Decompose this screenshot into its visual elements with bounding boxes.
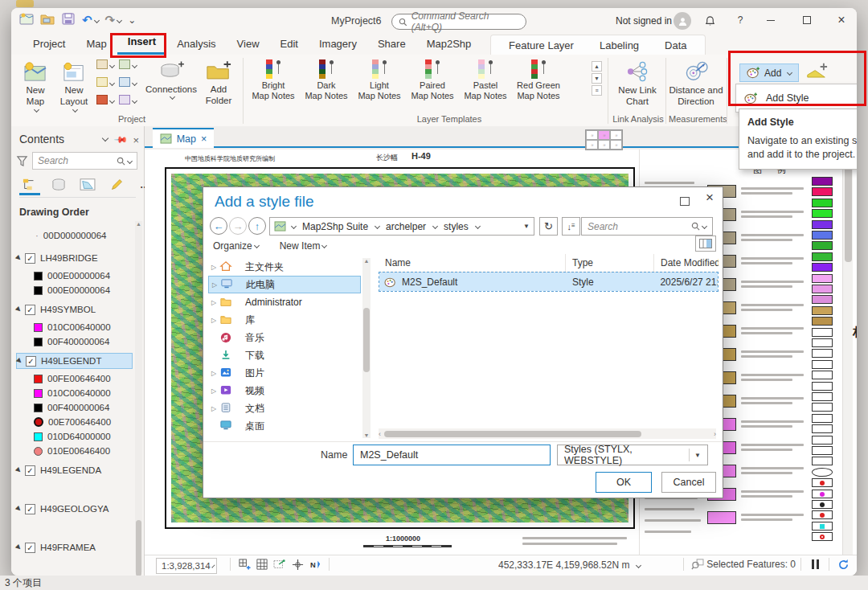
layer-tree-row[interactable]: 010C00640000 — [16, 319, 133, 335]
expand-icon[interactable]: ▷ — [208, 405, 219, 412]
tab-view[interactable]: View — [227, 35, 270, 55]
project-icon[interactable] — [19, 12, 34, 27]
folder-row-folder[interactable]: ▷Administrator — [208, 293, 361, 311]
layer-checkbox[interactable]: ✓ — [25, 305, 35, 315]
new-link-chart-button[interactable]: New Link Chart — [612, 61, 662, 108]
expand-icon[interactable]: ▶ — [14, 504, 24, 514]
tab-data[interactable]: Data — [652, 37, 699, 54]
snap-icon[interactable] — [271, 559, 289, 570]
expand-icon[interactable]: ▶ — [14, 253, 24, 263]
layer-template-item[interactable]: PastelMap Notes — [460, 59, 511, 101]
layer-tree-row[interactable]: ▶✓H49LEGENDT — [16, 353, 133, 369]
folder-row-video[interactable]: ▷视频 — [208, 382, 361, 399]
layer-tree-row[interactable]: 010E00646400 — [16, 443, 133, 459]
sort-button[interactable]: ↓≡ — [562, 217, 580, 236]
tab-labeling[interactable]: Labeling — [587, 37, 652, 54]
map-vertical-scrollbar[interactable] — [842, 150, 853, 555]
scroll-left-icon[interactable]: ‹ — [379, 430, 381, 438]
open-project-icon[interactable] — [40, 12, 55, 27]
undo-button[interactable]: ↶ — [82, 13, 99, 27]
layer-tree-row[interactable]: 00FE00646400 — [16, 371, 133, 387]
layer-template-item[interactable]: Red GreenMap Notes — [513, 59, 564, 101]
folder-row-folder[interactable]: ▷库 — [208, 311, 361, 329]
layer-tree-row[interactable]: 00E700646400 — [16, 414, 133, 430]
folder-row-computer[interactable]: ▷此电脑 — [208, 276, 361, 293]
layer-template-item[interactable]: PairedMap Notes — [407, 59, 458, 101]
connections-button[interactable]: Connections — [145, 61, 198, 99]
selected-features-count[interactable]: Selected Features: 0 — [706, 559, 796, 570]
breadcrumb-bar[interactable]: Map2Shp Suitearchelperstyles ▼ — [269, 217, 534, 236]
map-view-tab[interactable]: Map × — [153, 128, 214, 148]
import-layout-button[interactable] — [805, 63, 828, 84]
layer-checkbox[interactable]: ✓ — [25, 543, 35, 553]
notebook-icon[interactable] — [96, 77, 119, 95]
explore-selection-icon[interactable] — [689, 559, 706, 570]
breadcrumb-segment[interactable]: archelper — [383, 221, 440, 232]
expand-icon[interactable]: ▷ — [209, 281, 220, 289]
tab-editing[interactable] — [106, 176, 127, 195]
tab-analysis[interactable]: Analysis — [166, 35, 226, 55]
contents-scrollbar[interactable]: ▲ — [135, 221, 142, 572]
layer-tree-row[interactable]: 00F400000064 — [16, 399, 133, 416]
breadcrumb-segment[interactable]: Map2Shp Suite — [299, 221, 383, 232]
customize-qat-icon[interactable]: ⌄ — [128, 14, 136, 26]
gallery-expand-icon[interactable]: ≡ — [592, 85, 602, 96]
dialog-maximize-icon[interactable] — [680, 197, 690, 206]
crosshair-icon[interactable] — [289, 559, 306, 571]
folder-row-music[interactable]: 音乐 — [208, 329, 361, 346]
pause-drawing-icon[interactable] — [806, 559, 824, 569]
add-style-dropdown-button[interactable]: Add — [739, 64, 799, 82]
command-search-input[interactable]: Command Search (Alt+Q) — [391, 14, 526, 30]
layer-tree-row[interactable]: ▶✓H49LEGENDA — [16, 462, 133, 478]
ok-button[interactable]: OK — [596, 472, 652, 493]
file-type-select[interactable]: Styles (STYLX, WEBSTYLE) ▼ — [557, 445, 708, 465]
tab-feature-layer[interactable]: Feature Layer — [496, 37, 587, 54]
layer-checkbox[interactable]: ✓ — [25, 253, 35, 264]
new-map-button[interactable]: New Map — [18, 61, 53, 112]
layer-tree-row[interactable]: ▶✓H49GEOLOGYA — [16, 501, 133, 517]
task-icon[interactable] — [119, 95, 141, 113]
breadcrumb-dropdown-icon[interactable]: ▼ — [523, 223, 530, 230]
close-button[interactable]: × — [829, 8, 854, 32]
breadcrumb-segment[interactable]: styles — [440, 221, 483, 232]
folder-row-download[interactable]: 下载 — [208, 346, 361, 364]
tab-edit[interactable]: Edit — [270, 35, 309, 55]
map-scale-combo[interactable]: 1:3,928,314 — [156, 558, 217, 574]
column-date-modified[interactable]: Date Modified — [654, 254, 719, 272]
expand-icon[interactable]: ▷ — [208, 299, 219, 306]
coordinates-display[interactable]: 452,333.17E 4,159,968.52N m — [498, 559, 641, 571]
contents-search-input[interactable]: Search — [32, 152, 137, 170]
tab-map[interactable]: Map — [76, 35, 117, 55]
tab-data-source[interactable] — [48, 176, 69, 195]
expand-icon[interactable]: ▷ — [208, 264, 219, 271]
layer-checkbox[interactable]: ✓ — [25, 504, 35, 514]
import-icon[interactable] — [119, 77, 141, 95]
expand-icon[interactable]: ▷ — [208, 370, 219, 377]
gallery-up-icon[interactable]: ▲ — [592, 61, 602, 72]
expand-icon[interactable]: ▶ — [14, 543, 24, 552]
new-layout-button[interactable]: New Layout — [55, 61, 93, 112]
help-button[interactable]: ? — [728, 8, 752, 32]
north-arrow-icon[interactable]: N — [306, 559, 324, 571]
layer-template-item[interactable]: DarkMap Notes — [301, 59, 352, 101]
tab-selection[interactable] — [77, 176, 98, 195]
save-project-icon[interactable] — [61, 12, 76, 27]
gallery-down-icon[interactable]: ▼ — [592, 73, 602, 84]
tab-project[interactable]: Project — [23, 35, 76, 55]
paste-layout-icon[interactable] — [119, 59, 141, 77]
nav-forward-button[interactable]: → — [229, 217, 247, 235]
notifications-button[interactable] — [704, 8, 716, 34]
add-folder-button[interactable]: Add Folder — [201, 61, 236, 107]
new-item-menu[interactable]: New Item — [280, 240, 327, 252]
column-name[interactable]: Name — [379, 254, 566, 272]
layer-tree-row[interactable]: 010D64000000 — [16, 428, 133, 445]
column-type[interactable]: Type — [566, 254, 654, 272]
horizontal-scrollbar[interactable]: ‹ › — [379, 428, 716, 439]
expand-icon[interactable]: ▶ — [14, 465, 24, 475]
refresh-icon[interactable] — [834, 559, 852, 571]
file-row[interactable]: M2S_Default Style 2025/6/27 21: — [379, 272, 718, 291]
name-input[interactable]: M2S_Default — [353, 445, 551, 465]
folder-row-desktop[interactable]: 桌面 — [208, 417, 361, 435]
layer-tree-row[interactable]: 000E00000064 — [16, 282, 133, 298]
nav-up-button[interactable]: ↑ — [248, 217, 266, 235]
